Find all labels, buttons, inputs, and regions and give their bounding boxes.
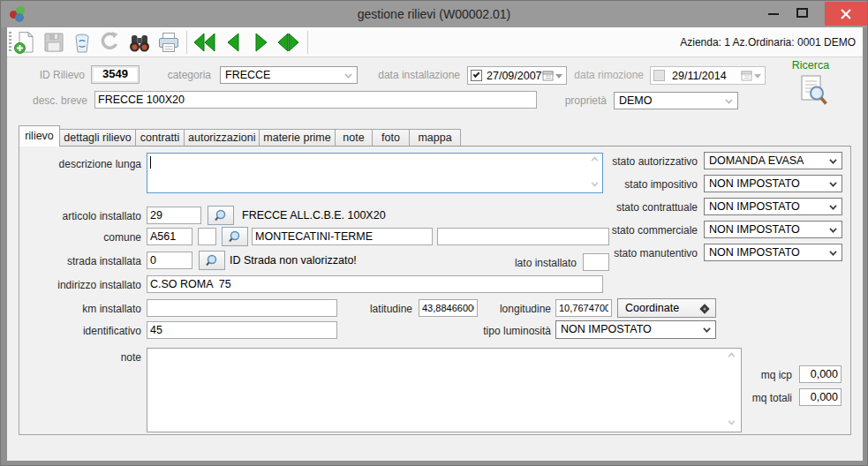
longitudine-label: longitudine xyxy=(463,303,551,315)
categoria-dropdown[interactable]: FRECCE xyxy=(220,66,358,84)
comune-lookup-button[interactable] xyxy=(222,227,248,246)
longitudine-input[interactable] xyxy=(555,299,612,317)
nav-next-icon[interactable] xyxy=(250,30,271,55)
desc-breve-input[interactable] xyxy=(94,91,537,109)
stato-autorizzativo-label: stato autorizzativo xyxy=(565,155,698,168)
km-installato-label: km installato xyxy=(26,303,141,315)
mq-totali-label: mq totali xyxy=(721,392,792,404)
km-installato-input[interactable] xyxy=(147,299,337,317)
tab-rilievo[interactable]: rilievo xyxy=(19,125,60,147)
maximize-button[interactable] xyxy=(791,1,814,25)
stato-commerciale-label: stato commerciale xyxy=(565,224,698,237)
stato-impositivo-dropdown[interactable]: NON IMPOSTATO xyxy=(704,175,842,192)
client-area: Azienda: 1 Az.Ordinaria: 0001 DEMO ID Ri… xyxy=(7,27,863,461)
nav-previous-icon[interactable] xyxy=(223,30,245,55)
identificativo-input[interactable] xyxy=(147,321,337,339)
scroll-down-icon[interactable] xyxy=(728,418,736,425)
toolbar-grip[interactable] xyxy=(9,32,11,53)
tab-dettagli-rilievo[interactable]: dettagli rilievo xyxy=(60,129,136,147)
stato-impositivo-label: stato impositivo xyxy=(565,178,698,191)
strada-installata-label: strada installata xyxy=(26,255,141,267)
tipo-luminosita-dropdown[interactable]: NON IMPOSTATO xyxy=(555,320,716,339)
find-icon[interactable] xyxy=(127,30,152,55)
tab-materie-prime[interactable]: materie prime xyxy=(260,129,336,147)
stato-contrattuale-label: stato contrattuale xyxy=(565,201,698,214)
stato-manutentivo-label: stato manutentivo xyxy=(565,247,698,259)
lato-installato-label: lato installato xyxy=(461,257,577,269)
chevron-down-icon xyxy=(830,203,836,209)
articolo-installato-label: articolo installato xyxy=(26,210,141,222)
data-installazione-label: data installazione xyxy=(367,69,460,81)
proprieta-label: proprietà xyxy=(532,94,607,107)
tab-autorizzazioni[interactable]: autorizzazioni xyxy=(185,129,260,147)
chevron-down-icon xyxy=(555,74,562,79)
stato-contrattuale-dropdown[interactable]: NON IMPOSTATO xyxy=(704,198,842,215)
tab-mappa[interactable]: mappa xyxy=(410,129,461,147)
note-textarea[interactable] xyxy=(147,348,742,432)
nav-last-icon[interactable] xyxy=(275,30,301,55)
id-rilievo-label: ID Rilievo xyxy=(14,69,85,81)
close-button[interactable] xyxy=(825,2,867,26)
minimize-icon xyxy=(768,13,779,15)
minimize-button[interactable] xyxy=(762,1,785,25)
new-record-icon[interactable] xyxy=(12,30,37,55)
chevron-down-icon xyxy=(704,326,710,332)
latitudine-label: latitudine xyxy=(324,303,412,315)
data-rimozione-picker[interactable]: 29/11/2014 xyxy=(650,66,766,85)
comune-name-input[interactable] xyxy=(252,228,433,245)
photo-marker-icon xyxy=(698,302,711,315)
strada-lookup-button[interactable] xyxy=(199,251,225,270)
strada-warning-message: ID Strada non valorizzato! xyxy=(230,254,357,267)
data-installazione-picker[interactable]: 27/09/2007 xyxy=(467,66,567,85)
comune-label: comune xyxy=(26,231,141,244)
proprieta-dropdown[interactable]: DEMO xyxy=(614,92,738,109)
scroll-up-icon[interactable] xyxy=(728,353,736,360)
print-icon[interactable] xyxy=(156,30,181,55)
delete-icon[interactable] xyxy=(70,30,94,55)
tab-strip: rilievo dettagli rilievo contratti autor… xyxy=(19,125,461,147)
mq-icp-input[interactable] xyxy=(799,365,842,383)
id-rilievo-value: 3549 xyxy=(91,65,140,84)
stato-commerciale-dropdown[interactable]: NON IMPOSTATO xyxy=(704,221,842,238)
coordinate-da-foto-button[interactable]: Coordinate da foto xyxy=(617,298,716,318)
text-caret xyxy=(150,156,151,169)
categoria-label: categoria xyxy=(138,69,211,81)
chevron-down-icon xyxy=(830,157,836,163)
app-window: gestione rilievi (W00002.01) xyxy=(0,0,868,466)
articolo-installato-input[interactable] xyxy=(147,207,201,224)
articolo-lookup-button[interactable] xyxy=(208,206,234,225)
tab-contratti[interactable]: contratti xyxy=(136,129,185,147)
save-icon[interactable] xyxy=(42,30,66,55)
azienda-info: Azienda: 1 Az.Ordinaria: 0001 DEMO xyxy=(680,36,856,49)
window-title: gestione rilievi (W00002.01) xyxy=(1,7,867,21)
maximize-icon xyxy=(796,8,808,18)
indirizzo-installato-input[interactable] xyxy=(147,275,603,293)
chevron-down-icon xyxy=(830,180,836,186)
identificativo-label: identificativo xyxy=(26,325,141,337)
chevron-down-icon xyxy=(830,249,836,255)
descrizione-lunga-textarea[interactable] xyxy=(147,153,603,193)
magnifier-icon xyxy=(214,208,229,223)
data-installazione-value: 27/09/2007 xyxy=(487,70,542,82)
check-icon xyxy=(473,71,480,78)
stato-autorizzativo-dropdown[interactable]: DOMANDA EVASA xyxy=(704,152,842,169)
mq-totali-input[interactable] xyxy=(799,388,842,406)
note-label: note xyxy=(26,351,141,364)
magnifier-icon xyxy=(205,253,220,268)
tab-foto[interactable]: foto xyxy=(373,129,410,147)
data-rimozione-checkbox[interactable] xyxy=(653,70,665,81)
comune-suffix-input[interactable] xyxy=(198,228,216,245)
ricerca-search-icon[interactable] xyxy=(798,74,830,110)
comune-code-input[interactable] xyxy=(147,228,192,245)
indirizzo-installato-label: indirizzo installato xyxy=(26,279,141,291)
toolbar-separator xyxy=(307,31,308,54)
refresh-icon[interactable] xyxy=(97,30,122,55)
tab-note[interactable]: note xyxy=(336,129,373,147)
articolo-description: FRECCE ALL.C.B.E. 100X20 xyxy=(242,209,386,222)
data-installazione-checkbox[interactable] xyxy=(471,70,482,81)
stato-manutentivo-dropdown[interactable]: NON IMPOSTATO xyxy=(704,244,842,261)
desc-breve-label: desc. breve xyxy=(23,94,87,107)
nav-first-icon[interactable] xyxy=(192,30,218,55)
strada-installata-input[interactable] xyxy=(147,252,192,269)
chevron-down-icon xyxy=(345,71,351,78)
